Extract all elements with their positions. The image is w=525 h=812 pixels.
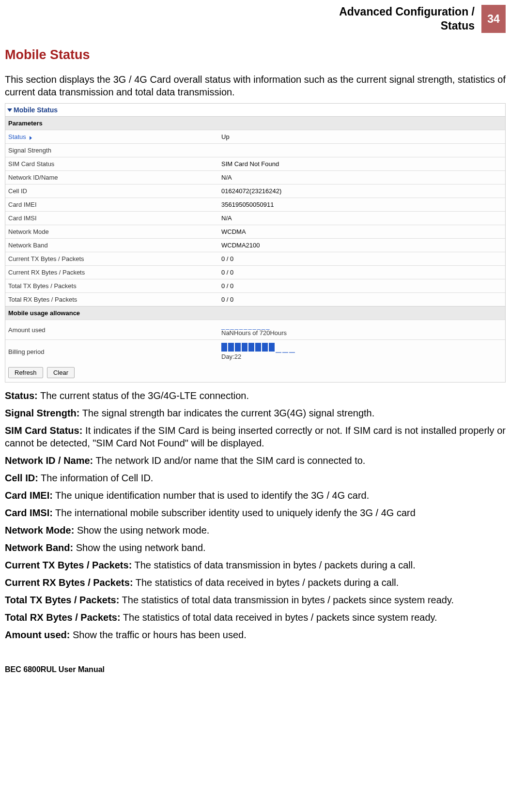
def-item: Card IMSI: The international mobile subs… bbox=[5, 506, 506, 519]
table-row: Card IMSIN/A bbox=[5, 212, 505, 225]
def-item: Signal Strength: The signal strength bar… bbox=[5, 407, 506, 419]
def-item: Network Band: Show the using network ban… bbox=[5, 541, 506, 554]
trx-label: Total RX Bytes / Packets bbox=[5, 293, 218, 306]
def-item: Current TX Bytes / Packets: The statisti… bbox=[5, 559, 506, 571]
refresh-button[interactable]: Refresh bbox=[8, 367, 43, 378]
table-row: Network ModeWCDMA bbox=[5, 225, 505, 239]
table-row: Network ID/NameN/A bbox=[5, 171, 505, 184]
page-header: Advanced Configuration / Status 34 bbox=[5, 5, 506, 33]
table-row: Amount used ___________ NaNHours of 720H… bbox=[5, 320, 505, 340]
def-item: Total RX Bytes / Packets: The statistics… bbox=[5, 611, 506, 624]
band-label: Network Band bbox=[5, 239, 218, 252]
mobile-status-panel: Mobile Status Parameters Status Up Signa… bbox=[5, 103, 506, 383]
table-row: Total TX Bytes / Packets0 / 0 bbox=[5, 279, 505, 293]
status-value: Up bbox=[218, 130, 505, 144]
cell-value: 01624072(23216242) bbox=[218, 184, 505, 198]
sim-value: SIM Card Not Found bbox=[218, 157, 505, 171]
def-item: Network ID / Name: The network ID and/or… bbox=[5, 454, 506, 467]
def-item: Card IMEI: The unique identification num… bbox=[5, 489, 506, 502]
usage-header: Mobile usage allowance bbox=[5, 306, 505, 320]
chevron-right-icon bbox=[30, 136, 32, 140]
netid-value: N/A bbox=[218, 171, 505, 184]
imei-label: Card IMEI bbox=[5, 198, 218, 212]
intro-paragraph: This section displays the 3G / 4G Card o… bbox=[5, 73, 506, 98]
amount-cell: ___________ NaNHours of 720Hours bbox=[218, 320, 505, 340]
clear-button[interactable]: Clear bbox=[47, 367, 75, 378]
billing-bar bbox=[221, 346, 296, 353]
def-item: Cell ID: The information of Cell ID. bbox=[5, 472, 506, 484]
imsi-label: Card IMSI bbox=[5, 212, 218, 225]
billing-text: Day:22 bbox=[221, 353, 241, 360]
ttx-label: Total TX Bytes / Packets bbox=[5, 279, 218, 293]
panel-heading: Mobile Status bbox=[5, 104, 505, 116]
billing-label: Billing period bbox=[5, 340, 218, 364]
table-row: Card IMEI356195050050911 bbox=[5, 198, 505, 212]
table-row: Network BandWCDMA2100 bbox=[5, 239, 505, 252]
header-title-line1: Advanced Configuration / bbox=[339, 5, 475, 18]
table-row: Current TX Bytes / Packets0 / 0 bbox=[5, 252, 505, 266]
table-row: Billing period Day:22 bbox=[5, 340, 505, 364]
def-item: Amount used: Show the traffic or hours h… bbox=[5, 628, 506, 641]
crx-value: 0 / 0 bbox=[218, 266, 505, 279]
crx-label: Current RX Bytes / Packets bbox=[5, 266, 218, 279]
header-title-line2: Status bbox=[441, 19, 475, 32]
page-number-badge: 34 bbox=[481, 5, 506, 33]
amount-label: Amount used bbox=[5, 320, 218, 340]
table-row: Signal Strength bbox=[5, 144, 505, 157]
usage-bar-empty: ___________ bbox=[221, 323, 502, 329]
netid-label: Network ID/Name bbox=[5, 171, 218, 184]
table-row: Cell ID01624072(23216242) bbox=[5, 184, 505, 198]
band-value: WCDMA2100 bbox=[218, 239, 505, 252]
definitions-block: Status: The current status of the 3G/4G-… bbox=[5, 389, 506, 641]
def-item: Current RX Bytes / Packets: The statisti… bbox=[5, 576, 506, 589]
expand-icon bbox=[7, 108, 12, 112]
section-title: Mobile Status bbox=[5, 47, 506, 62]
signal-label: Signal Strength bbox=[5, 144, 218, 157]
ttx-value: 0 / 0 bbox=[218, 279, 505, 293]
table-row: Total RX Bytes / Packets0 / 0 bbox=[5, 293, 505, 306]
signal-value bbox=[218, 144, 505, 157]
usage-table: Amount used ___________ NaNHours of 720H… bbox=[5, 320, 505, 363]
imsi-value: N/A bbox=[218, 212, 505, 225]
ctx-value: 0 / 0 bbox=[218, 252, 505, 266]
status-link[interactable]: Status bbox=[8, 133, 32, 140]
def-item: Total TX Bytes / Packets: The statistics… bbox=[5, 594, 506, 606]
amount-text: NaNHours of 720Hours bbox=[221, 329, 287, 337]
table-row: SIM Card StatusSIM Card Not Found bbox=[5, 157, 505, 171]
header-title: Advanced Configuration / Status bbox=[339, 5, 481, 33]
footer-text: BEC 6800RUL User Manual bbox=[5, 665, 506, 674]
table-row: Status Up bbox=[5, 130, 505, 144]
parameters-table: Status Up Signal Strength SIM Card Statu… bbox=[5, 130, 505, 306]
billing-cell: Day:22 bbox=[218, 340, 505, 364]
def-item: Status: The current status of the 3G/4G-… bbox=[5, 389, 506, 402]
sim-label: SIM Card Status bbox=[5, 157, 218, 171]
panel-heading-text: Mobile Status bbox=[14, 106, 58, 114]
mode-label: Network Mode bbox=[5, 225, 218, 239]
ctx-label: Current TX Bytes / Packets bbox=[5, 252, 218, 266]
parameters-header: Parameters bbox=[5, 116, 505, 130]
status-label: Status bbox=[5, 130, 218, 144]
button-row: Refresh Clear bbox=[5, 363, 505, 382]
table-row: Current RX Bytes / Packets0 / 0 bbox=[5, 266, 505, 279]
cell-label: Cell ID bbox=[5, 184, 218, 198]
imei-value: 356195050050911 bbox=[218, 198, 505, 212]
def-item: Network Mode: Show the using network mod… bbox=[5, 524, 506, 536]
def-item: SIM Card Status: It indicates if the SIM… bbox=[5, 424, 506, 449]
trx-value: 0 / 0 bbox=[218, 293, 505, 306]
mode-value: WCDMA bbox=[218, 225, 505, 239]
